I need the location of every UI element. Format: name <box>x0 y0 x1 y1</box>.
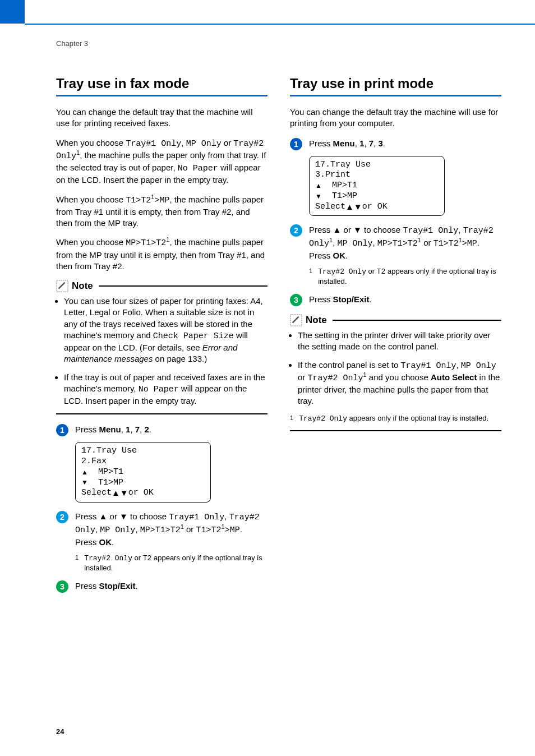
lcd-display-print: 17.Tray Use 3.Print MP>T1 T1>MP Select ▲… <box>309 156 445 216</box>
step-text: Press Menu, 1, 7, 2. <box>75 423 268 435</box>
text: or <box>107 511 119 521</box>
lcd-line: 17.Tray Use <box>81 446 205 457</box>
footnote-num: 1 <box>75 554 79 573</box>
text: on page 133.) <box>153 354 207 363</box>
code: T2 <box>377 268 386 276</box>
footnote-text: Tray#2 Only appears only if the optional… <box>299 414 488 424</box>
text: . <box>149 425 151 434</box>
step-text: Press Stop/Exit. <box>309 293 501 305</box>
text: , <box>373 238 377 247</box>
text: or <box>366 267 377 275</box>
key: OK <box>99 537 112 547</box>
text: , <box>364 139 368 148</box>
chapter-label: Chapter 3 <box>56 39 501 48</box>
step-bullet-2: 2 <box>56 511 68 523</box>
lcd-line: Select ▲▼ or OK <box>315 202 439 213</box>
key: Stop/Exit <box>333 294 370 304</box>
footnote: 1 Tray#2 Only or T2 appears only if the … <box>75 554 268 573</box>
step-text: Press Menu, 1, 7, 3. <box>309 137 501 149</box>
text: Press <box>75 425 99 434</box>
code: T1>T2 <box>196 525 222 535</box>
step-3: 3 Press Stop/Exit. <box>56 580 268 593</box>
lcd-line: Select ▲▼ or OK <box>81 488 205 499</box>
lcd-line: T1>MP <box>315 191 439 202</box>
step-1: 1 Press Menu, 1, 7, 3. <box>290 137 501 150</box>
note-end-rule <box>56 413 268 414</box>
code: No Paper <box>139 385 179 394</box>
code: Tray#1 Only <box>403 226 458 236</box>
key: 7 <box>369 139 373 148</box>
text: or <box>341 225 353 234</box>
note-rule <box>333 320 501 321</box>
text: . <box>345 251 348 260</box>
step-bullet-1: 1 <box>290 138 302 150</box>
text: . <box>112 537 114 547</box>
code: Tray#2 Only <box>308 374 363 383</box>
step-bullet-1: 1 <box>56 424 68 436</box>
key: Stop/Exit <box>99 581 136 591</box>
text: or <box>421 238 433 247</box>
step-bullet-3: 3 <box>56 580 68 593</box>
page-number: 24 <box>56 727 64 736</box>
note-list: The setting in the printer driver will t… <box>290 330 501 407</box>
footnote-text: Tray#2 Only or T2 appears only if the op… <box>84 554 268 573</box>
text: Press <box>309 139 333 148</box>
step-1: 1 Press Menu, 1, 7, 2. <box>56 423 268 436</box>
note-label: Note <box>72 280 93 292</box>
note-end-rule <box>290 430 501 431</box>
code: Tray#1 Only <box>169 513 224 522</box>
text: or <box>184 524 196 534</box>
lcd-line: T1>MP <box>81 478 205 488</box>
footnote-num: 1 <box>290 414 293 424</box>
text: , <box>181 138 186 147</box>
step-text: Press ▲ or ▼ to choose Tray#1 Only, Tray… <box>309 224 501 261</box>
note-item: You can use four sizes of paper for prin… <box>64 296 268 365</box>
text: or OK <box>362 202 388 213</box>
pencil-icon <box>290 314 302 326</box>
text: , <box>224 511 229 521</box>
down-arrow-icon: ▼ <box>353 225 362 234</box>
text: and you choose <box>367 372 431 382</box>
section-title-print: Tray use in print mode <box>290 76 501 93</box>
text: If the control panel is set to <box>298 360 400 370</box>
down-arrow-icon: ▼ <box>119 511 128 521</box>
text: or <box>222 138 234 147</box>
text: , <box>135 524 140 534</box>
note-rule <box>99 285 268 287</box>
code: Tray#1 Only <box>400 361 456 371</box>
text: T1>MP <box>98 478 123 488</box>
footnote-num: 1 <box>309 267 312 287</box>
up-arrow-icon: ▲ <box>333 225 342 234</box>
right-column: Tray use in print mode You can change th… <box>290 76 501 598</box>
code: Check Paper Size <box>153 331 234 341</box>
text: MP>T1 <box>98 467 123 478</box>
text: or <box>132 554 143 562</box>
text: Press <box>75 537 99 547</box>
title-rule <box>290 95 501 96</box>
up-down-icon: ▲▼ <box>345 202 362 213</box>
text: . <box>136 581 138 591</box>
para-mpt1t2: When you choose MP>T1>T21, the machine p… <box>56 237 268 272</box>
text: appears only if the optional tray is ins… <box>347 414 488 422</box>
strong: Auto Select <box>431 372 477 382</box>
step-2: 2 Press ▲ or ▼ to choose Tray#1 Only, Tr… <box>290 224 501 261</box>
key: 2 <box>144 425 149 434</box>
text: to choose <box>362 225 403 234</box>
text: . <box>477 238 479 247</box>
note-item: If the tray is out of paper and received… <box>64 372 268 407</box>
para-choose-tray: When you choose Tray#1 Only, MP Only or … <box>56 137 268 186</box>
step-3: 3 Press Stop/Exit. <box>290 293 501 306</box>
footnote: 1 Tray#2 Only or T2 appears only if the … <box>309 267 501 287</box>
key: OK <box>333 251 346 260</box>
text: , <box>130 425 135 434</box>
code: T2 <box>143 554 152 563</box>
left-column: Tray use in fax mode You can change the … <box>56 76 268 598</box>
step-bullet-2: 2 <box>290 224 302 237</box>
text: Press <box>309 294 333 304</box>
key: Menu <box>99 425 121 434</box>
text: . <box>240 524 242 534</box>
note-list: You can use four sizes of paper for prin… <box>56 296 268 407</box>
code: Tray#2 Only <box>299 414 347 423</box>
lcd-line: 3.Print <box>315 170 439 181</box>
text: Press <box>75 581 99 591</box>
